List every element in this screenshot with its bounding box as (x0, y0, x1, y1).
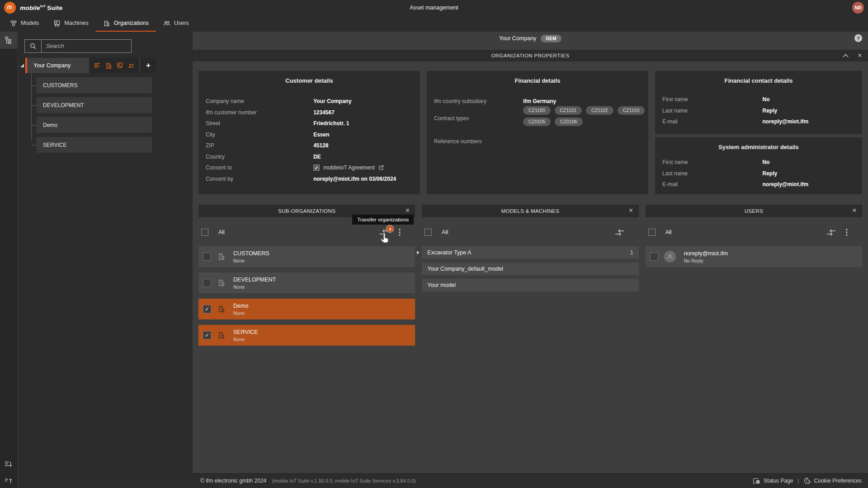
tree-collapse-caret[interactable] (20, 64, 24, 67)
organization-properties-bar: ORGANIZATION PROPERTIES × (193, 50, 868, 61)
tree-item-customers[interactable]: CUSTOMERS (37, 77, 152, 93)
transfer-users-button[interactable] (826, 229, 836, 236)
users-filter-icon[interactable] (128, 62, 134, 69)
machines-filter-icon[interactable] (117, 62, 123, 69)
users-header: USERS × (646, 205, 862, 217)
suborg-item-development[interactable]: DEVELOPMENTNone (198, 272, 415, 293)
left-rail (0, 32, 17, 488)
tree-view-toggle[interactable] (0, 32, 17, 49)
close-section-icon[interactable]: × (858, 52, 862, 59)
tree-item-development[interactable]: DEVELOPMENT (37, 97, 152, 113)
search-input[interactable] (42, 40, 131, 52)
more-options-button[interactable] (846, 229, 848, 236)
row-label: Country (206, 154, 225, 160)
contract-chips: CZ1100 CZ1101 CZ1102 CZ1103 CZ0105 CZ010… (523, 106, 645, 126)
tree-item-service[interactable]: SERVICE (37, 137, 152, 153)
status-page-icon (753, 478, 760, 484)
tab-machines[interactable]: Machines (46, 15, 96, 32)
row-value: No (763, 96, 770, 103)
copyright: © ifm electronic gmbh 2024 (200, 478, 266, 484)
agreement-link[interactable]: mobileIoT Agreement (323, 164, 375, 171)
collapse-section-button[interactable] (843, 54, 849, 57)
detail-row: ZIP45128 (206, 140, 413, 151)
model-item-excavator[interactable]: Excavator Type A 1 (422, 246, 638, 259)
page-title: Asset management (0, 0, 868, 15)
expand-arrow-icon[interactable] (417, 251, 420, 254)
detail-row: CityEssen (206, 129, 413, 141)
item-checkbox[interactable] (650, 253, 658, 261)
panel-title: System administrator details (662, 144, 855, 150)
status-page-label: Status Page (764, 478, 793, 484)
close-icon[interactable]: × (629, 207, 633, 214)
collections-row: SUB-ORGANIZATIONS × Transfer organizatio… (198, 205, 862, 473)
tree-item-demo[interactable]: Demo (37, 117, 152, 133)
row-value: DE (313, 154, 321, 160)
item-checkbox[interactable] (203, 279, 211, 287)
select-all-checkbox[interactable] (648, 229, 656, 236)
detail-row: Company nameYour Company (206, 96, 413, 107)
footer-divider: | (797, 478, 799, 484)
row-value: No (763, 159, 770, 165)
tab-users[interactable]: Users (156, 15, 196, 32)
brand-suite: Suite (47, 5, 62, 11)
building-icon (218, 305, 225, 313)
close-icon[interactable]: × (406, 207, 410, 214)
user-item-noreply[interactable]: noreply@miot.ifmNo Reply (646, 246, 862, 267)
kebab-icon (399, 229, 401, 236)
users-icon (163, 20, 170, 27)
tree-root-label[interactable]: Your Company (27, 58, 89, 73)
detail-row: Last nameReply (662, 168, 855, 179)
add-organization-button[interactable]: + (140, 58, 156, 73)
help-icon[interactable]: ? (854, 34, 862, 42)
rail-bottom-actions (0, 461, 17, 484)
row-value: Reply (763, 108, 778, 114)
status-page-link[interactable]: Status Page (753, 478, 793, 484)
footer-links: Status Page | Cookie Preferences (753, 477, 868, 484)
suborg-item-demo[interactable]: ✓ DemoNone (198, 299, 415, 319)
model-item-your-model[interactable]: Your model (422, 279, 638, 291)
row-label: Last name (662, 170, 688, 177)
transfer-models-button[interactable] (615, 229, 624, 236)
user-avatar[interactable]: NR (852, 2, 864, 14)
search-icon[interactable] (25, 40, 42, 52)
model-name: Your model (427, 282, 456, 288)
suborg-item-customers[interactable]: CUSTOMERSNone (198, 246, 415, 267)
cookie-preferences-link[interactable]: Cookie Preferences (804, 477, 862, 484)
organization-properties-title: ORGANIZATION PROPERTIES (491, 53, 570, 58)
user-avatar-icon (664, 251, 676, 263)
kebab-icon (846, 229, 848, 236)
user-name: No Reply (684, 258, 728, 263)
item-desc: None (233, 337, 258, 342)
brand[interactable]: mobileIoTSuite (4, 2, 62, 14)
main-content: Your Company OEM ? ORGANIZATION PROPERTI… (192, 32, 868, 473)
row-label: Contract types (434, 115, 469, 122)
select-all-checkbox[interactable] (201, 229, 208, 236)
tab-organizations[interactable]: Organizations (96, 15, 156, 32)
financial-contact-panel: Financial contact details First nameNo L… (655, 71, 862, 134)
tab-models[interactable]: Models (3, 15, 46, 32)
model-item-default-model[interactable]: Your Company_default_model (422, 263, 638, 275)
row-label: Company name (206, 98, 244, 104)
expand-all-button[interactable] (5, 477, 13, 484)
row-label: ZIP (206, 142, 214, 149)
transfer-organizations-button[interactable]: 2 (379, 229, 389, 236)
version-info: (mobile IoT Suite v.1.93.0.0, mobile IoT… (272, 478, 415, 483)
details-filter-icon[interactable] (94, 62, 100, 69)
detail-row: StreetFriedrichstr. 1 (206, 118, 413, 129)
select-all-label: All (665, 229, 672, 235)
item-checkbox-checked[interactable]: ✓ (203, 305, 211, 313)
external-link-icon[interactable] (378, 165, 384, 170)
suborg-item-service[interactable]: ✓ SERVICENone (198, 325, 415, 346)
tree-root-your-company[interactable]: Your Company + (25, 58, 156, 73)
organizations-filter-icon[interactable] (105, 62, 112, 69)
item-name: Demo (233, 303, 248, 309)
item-checkbox-checked[interactable]: ✓ (203, 331, 211, 339)
close-icon[interactable]: × (852, 207, 857, 214)
detail-row: Last nameReply (662, 105, 855, 117)
item-checkbox[interactable] (203, 253, 211, 261)
select-all-checkbox[interactable] (425, 229, 432, 236)
org-sidebar: Your Company + CUSTOMERS DEVELOPMENT Dem… (18, 32, 192, 488)
more-options-button[interactable] (399, 229, 401, 236)
consent-checkbox[interactable]: ✓ (313, 164, 320, 171)
collapse-all-button[interactable] (5, 461, 13, 468)
